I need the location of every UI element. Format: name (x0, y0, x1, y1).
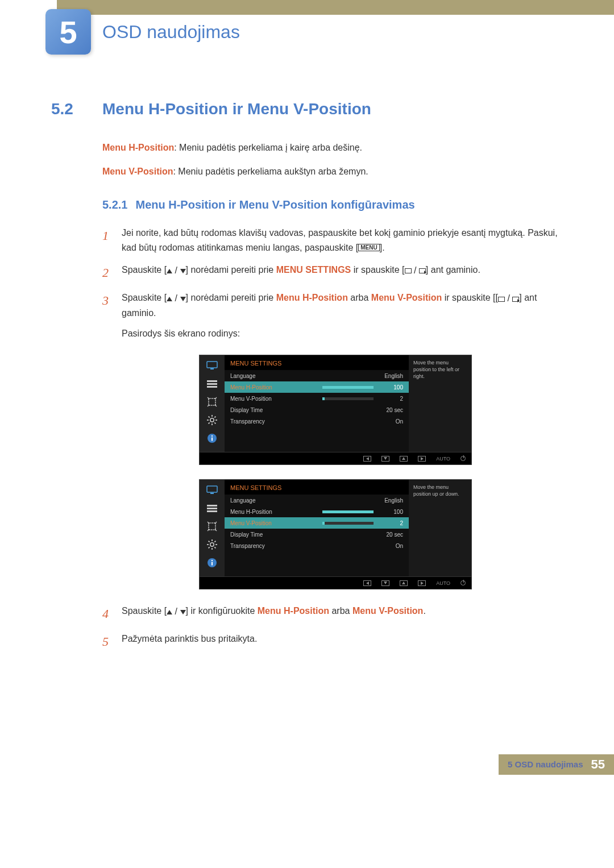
step2-b: ] norėdami pereiti prie (186, 265, 276, 275)
chapter-number-badge: 5 (45, 9, 91, 55)
down-icon (381, 456, 389, 462)
svg-line-31 (214, 541, 215, 542)
intro-v-line: Menu V-Position: Meniu padėtis perkeliam… (102, 165, 563, 178)
osd-row-language: LanguageEnglish (225, 495, 409, 506)
osd-label: Transparency (230, 418, 378, 425)
svg-rect-5 (209, 398, 215, 405)
step-num-2: 2 (102, 263, 122, 283)
step-body-2: Spauskite [ / ] norėdami pereiti prie ME… (122, 263, 563, 283)
svg-rect-1 (210, 368, 214, 369)
step-4: 4 Spauskite [ / ] ir konfigūruokite Menu… (102, 604, 563, 624)
left-icon (363, 580, 371, 586)
svg-rect-4 (207, 386, 217, 388)
step4-b: ] ir konfigūruokite (186, 606, 258, 616)
source-enter-icon: / (405, 263, 426, 278)
gear-icon (206, 539, 218, 550)
chapter-title: OSD naudojimas (102, 22, 240, 43)
osd-value: 100 (378, 509, 403, 515)
osd-row-v-position: Menu V-Position2 (225, 393, 409, 404)
footer-chapter-label: 5 OSD naudojimas (508, 759, 583, 769)
slider-bar (322, 386, 374, 389)
svg-line-30 (214, 547, 215, 548)
auto-label: AUTO (436, 580, 450, 586)
menu-chip-icon: MENU (358, 244, 379, 251)
resize-icon (206, 396, 218, 408)
step-body-5: Pažymėta parinktis bus pritaikyta. (122, 632, 563, 651)
page-footer: 5 OSD naudojimas 55 (0, 751, 614, 775)
step3-a: Spauskite [ (122, 293, 167, 302)
osd-value: English (378, 497, 403, 504)
power-icon (460, 456, 466, 461)
step-body-3: Spauskite [ / ] norėdami pereiti prie Me… (122, 290, 563, 340)
osd-row-language: LanguageEnglish (225, 370, 409, 381)
gear-icon (206, 414, 218, 426)
step2-a: Spauskite [ (122, 265, 167, 275)
step4-arba: arba (329, 606, 352, 616)
osd-label: Menu H-Position (230, 509, 318, 515)
right-icon (418, 580, 426, 586)
osd-value: 100 (378, 384, 403, 391)
svg-rect-19 (210, 493, 214, 494)
list-icon (206, 502, 218, 514)
svg-rect-20 (207, 505, 217, 506)
svg-rect-21 (207, 508, 217, 509)
up-down-icon: / (167, 604, 185, 619)
osd-label: Menu V-Position (230, 520, 318, 526)
list-icon (206, 378, 218, 389)
osd-footer: AUTO (200, 576, 471, 589)
section-title: Menu H-Position ir Menu V-Position (102, 100, 371, 118)
svg-rect-18 (207, 486, 217, 492)
step3-b: ] norėdami pereiti prie (186, 293, 276, 302)
osd-footer: AUTO (200, 452, 471, 464)
up-down-icon: / (167, 263, 185, 278)
osd-label: Language (230, 497, 378, 504)
osd-value: English (378, 373, 403, 379)
osd-tab-icons (200, 480, 225, 576)
monitor-icon (206, 360, 218, 371)
section-heading: 5.2 Menu H-Position ir Menu V-Position (51, 100, 563, 118)
subsection-title: Menu H-Position ir Menu V-Position konfi… (135, 198, 414, 211)
step1-b: ]. (380, 243, 385, 252)
step-3: 3 Spauskite [ / ] norėdami pereiti prie … (102, 290, 563, 340)
osd-label: Display Time (230, 407, 378, 413)
osd-value: 2 (378, 396, 403, 402)
slider-bar (322, 522, 374, 525)
svg-rect-3 (207, 383, 217, 385)
osd-label: Display Time (230, 531, 378, 538)
svg-line-29 (209, 541, 210, 542)
up-icon (400, 456, 408, 462)
menu-settings-term: MENU SETTINGS (276, 265, 351, 275)
step-num-5: 5 (102, 632, 122, 651)
svg-rect-2 (207, 380, 217, 382)
svg-rect-34 (211, 560, 213, 561)
osd-row-h-position-selected: Menu H-Position100 (225, 381, 409, 393)
step-num-1: 1 (102, 226, 122, 255)
svg-line-14 (209, 422, 210, 423)
step-1: 1 Jei norite, kad būtų rodomas klavišų v… (102, 226, 563, 255)
step-body-1: Jei norite, kad būtų rodomas klavišų vad… (122, 226, 563, 255)
osd-title: MENU SETTINGS (225, 355, 409, 370)
osd-title: MENU SETTINGS (225, 480, 409, 495)
h-position-term: Menu H-Position (258, 606, 329, 616)
osd-row-transparency: TransparencyOn (225, 540, 409, 551)
term-v-position: Menu V-Position (102, 167, 173, 176)
step-2: 2 Spauskite [ / ] norėdami pereiti prie … (102, 263, 563, 283)
power-icon (460, 580, 466, 585)
osd-screenshot-1: MENU SETTINGS LanguageEnglish Menu H-Pos… (199, 355, 563, 465)
step2-d: ] ant gaminio. (426, 265, 480, 275)
slider-bar (322, 397, 374, 400)
v-position-term: Menu V-Position (371, 293, 442, 302)
info-icon (206, 433, 218, 444)
step-num-4: 4 (102, 604, 122, 624)
monitor-icon (206, 484, 218, 496)
osd-screenshot-2: MENU SETTINGS LanguageEnglish Menu H-Pos… (199, 479, 563, 589)
up-icon (400, 580, 408, 586)
osd-label: Menu H-Position (230, 384, 318, 391)
section-number: 5.2 (51, 100, 102, 118)
osd-tab-icons (200, 355, 225, 452)
osd-value: On (378, 418, 403, 425)
subsection-heading: 5.2.1 Menu H-Position ir Menu V-Position… (102, 198, 563, 211)
osd-value: On (378, 543, 403, 549)
subsection-number: 5.2.1 (102, 198, 127, 211)
svg-rect-17 (211, 438, 213, 441)
